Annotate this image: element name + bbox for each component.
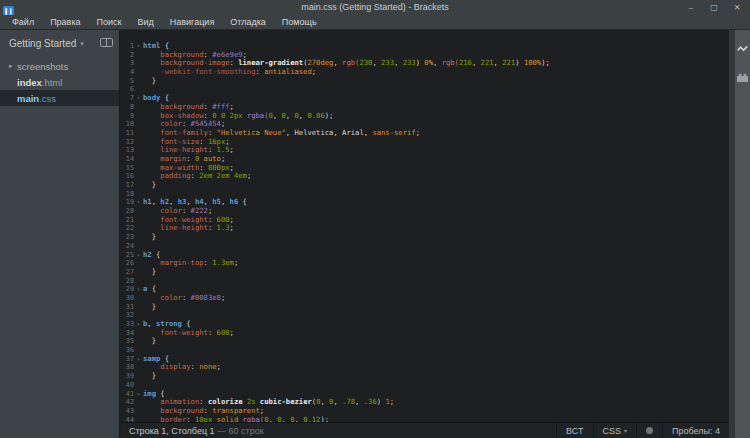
fold-gutter — [134, 311, 143, 320]
close-icon[interactable]: ✕ — [732, 0, 742, 15]
minimize-icon[interactable]: – — [686, 0, 696, 15]
window-title: main.css (Getting Started) - Brackets — [0, 0, 750, 15]
fold-gutter — [134, 268, 143, 277]
chevron-down-icon: ▾ — [80, 40, 84, 48]
line-number: 15 — [121, 164, 134, 173]
line-number: 6 — [121, 85, 134, 94]
code-text: } — [143, 337, 156, 346]
line-number: 1 — [121, 42, 134, 51]
line-number: 22 — [121, 224, 134, 233]
code-line[interactable]: 5 } — [121, 77, 729, 86]
code-line[interactable]: 31 } — [121, 303, 729, 312]
fold-arrow-icon[interactable]: ▾ — [134, 355, 143, 364]
project-name: Getting Started — [9, 38, 76, 49]
file-name-base: main — [17, 93, 39, 104]
project-dropdown[interactable]: Getting Started ▾ — [0, 30, 119, 49]
title-bar: main.css (Getting Started) - Brackets – … — [0, 0, 750, 15]
overwrite-indicator[interactable]: ВСТ — [556, 423, 592, 438]
fold-gutter — [134, 207, 143, 216]
file-item-main-css[interactable]: main.css — [0, 90, 119, 106]
code-line[interactable]: 6 — [121, 85, 729, 94]
fold-gutter — [134, 172, 143, 181]
fold-arrow-icon[interactable]: ▾ — [134, 94, 143, 103]
line-number: 16 — [121, 172, 134, 181]
code-area[interactable]: 1▾html {2 background: #e6e9e9;3 backgrou… — [121, 30, 729, 422]
menu-item-navigate[interactable]: Навигация — [162, 15, 222, 29]
code-text: } — [143, 181, 156, 190]
fold-gutter — [134, 120, 143, 129]
line-number: 18 — [121, 190, 134, 199]
file-item-screenshots[interactable]: ▸screenshots — [0, 58, 119, 74]
line-number: 41 — [121, 390, 134, 399]
file-name-ext: .css — [39, 93, 56, 104]
status-dot-icon — [646, 427, 653, 434]
code-line[interactable]: 40 — [121, 381, 729, 390]
line-number: 31 — [121, 303, 134, 312]
code-line[interactable]: 34 font-weight: 600; — [121, 329, 729, 338]
code-line[interactable]: 39 } — [121, 372, 729, 381]
file-item-index-html[interactable]: index.html — [0, 74, 119, 90]
menu-item-view[interactable]: Вид — [130, 15, 162, 29]
file-name-base: screenshots — [17, 61, 68, 72]
fold-gutter — [134, 224, 143, 233]
menu-item-debug[interactable]: Отладка — [222, 15, 274, 29]
menu-item-edit[interactable]: Правка — [42, 15, 88, 29]
fold-arrow-icon[interactable]: ▾ — [134, 320, 143, 329]
fold-arrow-icon[interactable]: ▾ — [134, 390, 143, 399]
line-number: 32 — [121, 311, 134, 320]
fold-gutter — [134, 85, 143, 94]
right-toolbar — [735, 30, 750, 438]
code-line[interactable]: 17 } — [121, 181, 729, 190]
status-indicator[interactable] — [636, 423, 662, 438]
line-number: 3 — [121, 59, 134, 68]
code-line[interactable]: 22 line-height: 1.3; — [121, 224, 729, 233]
menu-item-help[interactable]: Помощь — [274, 15, 325, 29]
code-line[interactable]: 24 — [121, 242, 729, 251]
status-bar: Строка 1, Столбец 1 — 60 строк ВСТ CSS ▾… — [121, 422, 729, 438]
menu-item-find[interactable]: Поиск — [89, 15, 130, 29]
code-text: padding: 2em 2em 4em; — [143, 172, 251, 181]
live-preview-icon[interactable] — [737, 39, 748, 57]
line-number: 23 — [121, 233, 134, 242]
fold-gutter — [134, 363, 143, 372]
menu-item-file[interactable]: Файл — [4, 15, 42, 29]
fold-gutter — [134, 164, 143, 173]
code-line[interactable]: 32 — [121, 311, 729, 320]
fold-gutter — [134, 372, 143, 381]
indentation-setting[interactable]: Пробелы: 4 — [662, 423, 729, 438]
extension-manager-icon[interactable] — [737, 68, 748, 86]
cursor-position[interactable]: Строка 1, Столбец 1 — 60 строк — [121, 426, 556, 436]
code-line[interactable]: 38 display: none; — [121, 363, 729, 372]
code-line[interactable]: 27 } — [121, 268, 729, 277]
code-text: } — [143, 303, 156, 312]
maximize-icon[interactable]: ▢ — [709, 0, 719, 15]
fold-arrow-icon[interactable]: ▾ — [134, 198, 143, 207]
line-number: 12 — [121, 138, 134, 147]
fold-arrow-icon[interactable]: ▾ — [134, 285, 143, 294]
code-line[interactable]: 26 margin-top: 1.3em; — [121, 259, 729, 268]
line-number: 17 — [121, 181, 134, 190]
fold-gutter — [134, 303, 143, 312]
code-line[interactable]: 35 } — [121, 337, 729, 346]
code-line[interactable]: 23 } — [121, 233, 729, 242]
code-line[interactable]: 16 padding: 2em 2em 4em; — [121, 172, 729, 181]
language-switcher[interactable]: CSS ▾ — [593, 423, 637, 438]
line-number: 33 — [121, 320, 134, 329]
fold-gutter — [134, 346, 143, 355]
code-line[interactable]: 36 — [121, 346, 729, 355]
code-line[interactable]: 30 color: #0083e8; — [121, 294, 729, 303]
fold-arrow-icon[interactable]: ▾ — [134, 42, 143, 51]
code-line[interactable]: 4 -webkit-font-smoothing: antialiased; — [121, 68, 729, 77]
code-text: } — [143, 268, 156, 277]
fold-gutter — [134, 259, 143, 268]
folder-arrow-icon[interactable]: ▸ — [9, 62, 17, 70]
fold-arrow-icon[interactable]: ▾ — [134, 251, 143, 260]
code-line[interactable]: 28 — [121, 277, 729, 286]
fold-gutter — [134, 129, 143, 138]
fold-gutter — [134, 77, 143, 86]
code-text: } — [143, 233, 156, 242]
editor-pane[interactable]: 1▾html {2 background: #e6e9e9;3 backgrou… — [121, 30, 729, 422]
line-number: 28 — [121, 277, 134, 286]
line-number: 19 — [121, 198, 134, 207]
split-view-icon[interactable] — [100, 38, 113, 49]
